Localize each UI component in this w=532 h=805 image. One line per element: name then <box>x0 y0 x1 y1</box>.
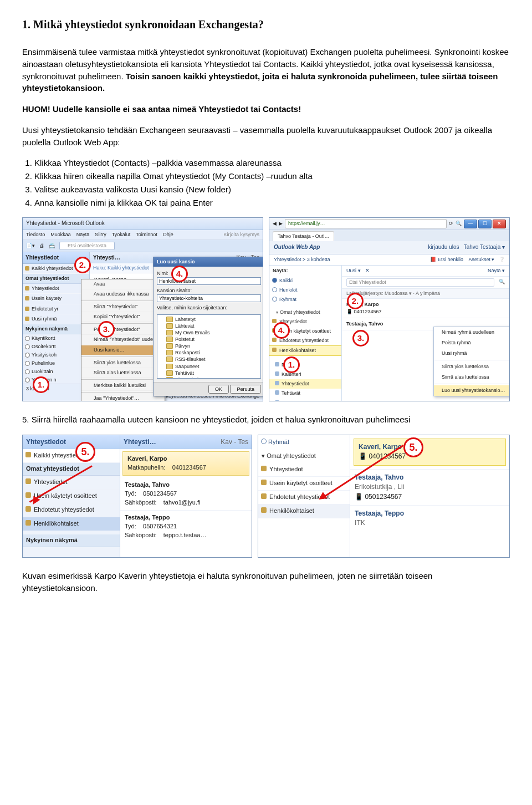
sidebar-item[interactable]: Ehdotetut yhteystiedot <box>23 503 120 517</box>
help-search[interactable]: Kirjoita kysymys <box>223 231 259 238</box>
show-all[interactable]: Kaikki <box>269 276 341 286</box>
owa-ctx-item[interactable]: Poista ryhmä <box>434 338 510 348</box>
my-contacts[interactable]: ▾ Omat yhteystiedot <box>258 450 350 463</box>
new-folder-dialog[interactable]: Luo uusi kansio Nimi: Kansion sisältö: V… <box>153 257 263 396</box>
contact-card[interactable]: Testaaja, Teppo Työ: 0507654321 Sähköpos… <box>120 511 252 543</box>
owa-item-selected[interactable]: Henkilökohtaiset <box>269 345 341 356</box>
back-icon[interactable]: ◀ <box>273 220 277 227</box>
tree-item[interactable]: Lähtevät <box>175 323 195 329</box>
sidebar-item-target[interactable]: Henkilökohtaiset <box>23 517 120 531</box>
view-radio[interactable]: Yksityiskoh <box>23 351 89 359</box>
menu-bar[interactable]: Tiedosto Muokkaa Näytä Siirry Työkalut T… <box>23 230 263 240</box>
nav-pane[interactable]: Yhteystiedot Kaikki yhteystiedot Omat yh… <box>23 252 90 396</box>
sidebar-item[interactable]: Usein käytety <box>23 294 89 304</box>
owa-item[interactable]: Ehdotetut yhteystiedot <box>258 491 350 505</box>
sidebar-item[interactable]: Uusi ryhmä <box>23 314 89 324</box>
delete-icon[interactable]: ✕ <box>365 267 370 274</box>
owa-nav-public[interactable]: Julkiset kansiot <box>269 399 341 402</box>
ctx-item[interactable]: Merkitse kaikki luetuiksi <box>81 381 165 391</box>
menu-item[interactable]: Muokkaa <box>50 231 71 238</box>
tree-item[interactable]: RSS-tilaukset <box>175 356 206 363</box>
owa-card[interactable]: Testaaja, Teppo ITK <box>350 505 509 532</box>
url-bar[interactable]: https://email.jy… <box>285 219 447 228</box>
owa-ctx-item[interactable]: Uusi ryhmä <box>434 348 510 359</box>
owa-sort[interactable]: Lajittelujärjestys: Muodossa ▾ · A ylimp… <box>342 289 509 299</box>
help-icon[interactable]: ❔ <box>499 257 505 262</box>
minimize-button[interactable]: — <box>464 220 477 228</box>
owa-nav-contacts[interactable]: Yhteystiedot <box>269 379 341 389</box>
owa-card[interactable]: Kaveri, Karpo 📱 0401234567 <box>342 299 509 318</box>
contact-card[interactable]: Testaaja, Tahvo Työ: 0501234567 Sähköpos… <box>120 478 252 511</box>
dlg-folder-tree[interactable]: Lähetetyt Lähtevät My Own Emails Poistet… <box>157 314 261 379</box>
new-button[interactable]: Uusi ▾ <box>346 267 361 274</box>
tree-item[interactable]: Päivyri <box>175 343 190 349</box>
tree-item[interactable]: Tehtävät <box>175 370 194 376</box>
show-people[interactable]: Henkilöt <box>269 286 341 295</box>
all-contacts[interactable]: Kaikki yhteystiedot <box>23 449 120 463</box>
menu-item[interactable]: Tiedosto <box>26 231 45 238</box>
owa-nav-tasks[interactable]: Tehtävät <box>269 389 341 398</box>
view-radio[interactable]: Luokittain <box>23 368 89 376</box>
owa-item[interactable]: Yhteystiedot <box>258 463 350 477</box>
my-contacts-header[interactable]: Omat yhteystiedot <box>23 463 120 476</box>
dlg-type-select[interactable] <box>157 294 261 302</box>
tree-item[interactable]: My Own Emails <box>175 329 210 336</box>
ctx-item[interactable]: Siirrä alas luettelossa <box>81 368 165 378</box>
tree-item[interactable]: Lähetetyt <box>175 316 196 323</box>
close-button[interactable]: ✕ <box>493 220 506 228</box>
owa-context-menu[interactable]: Nimeä ryhmä uudelleen Poista ryhmä Uusi … <box>433 327 510 396</box>
ctx-item[interactable]: Nimeä "Yhteystiedot" uudelleen… <box>81 335 165 345</box>
search-icon[interactable]: 🔍 <box>456 220 462 227</box>
view-radio[interactable]: Puhelinlue <box>23 359 89 368</box>
addressbook-search[interactable]: Etsi osoitteistosta <box>59 242 115 250</box>
view-radio[interactable]: Käyntikortt <box>23 334 89 343</box>
browser-tab[interactable]: Tahvo Testaaja - Outl… <box>273 231 334 241</box>
owa-ctx-new-folder[interactable]: Luo uusi yhteystietokansio… <box>434 385 510 396</box>
tab-strip[interactable]: Tahvo Testaaja - Outl… <box>269 230 509 241</box>
ctx-item[interactable]: Jaa "Yhteystiedot"… <box>81 394 165 402</box>
dlg-ok-button[interactable]: OK <box>208 385 229 394</box>
menu-item[interactable]: Työkalut <box>112 231 131 238</box>
cards-icon[interactable]: 📇 <box>49 242 55 249</box>
ctx-item[interactable]: Poista "Yhteystiedot" <box>81 325 165 335</box>
owa-ctx-item[interactable]: Siirrä alas luettelossa <box>434 372 510 383</box>
maximize-button[interactable]: ☐ <box>478 220 492 228</box>
ctx-item-new-folder[interactable]: Uusi kansio… <box>81 345 165 355</box>
contact-card-dragged[interactable]: Kaveri, Karpo Matkapuhelin: 0401234567 <box>122 451 249 476</box>
menu-item[interactable]: Näytä <box>76 231 90 238</box>
owa-item-target[interactable]: Henkilökohtaiset <box>258 505 350 518</box>
reload-icon[interactable]: ⟳ <box>449 220 453 227</box>
show-groups[interactable]: Ryhmät <box>269 295 341 304</box>
forward-icon[interactable]: ▶ <box>279 220 283 227</box>
my-contacts-header[interactable]: Omat yhteystiedot <box>23 274 89 284</box>
owa-card[interactable]: Testaaja, Tahvo Erikoistutkija , Lii 📱 0… <box>350 469 509 505</box>
signout-link[interactable]: kirjaudu ulos <box>428 244 459 250</box>
new-button[interactable]: 📄▾ <box>26 242 35 249</box>
ctx-item[interactable]: Siirrä "Yhteystiedot" <box>81 302 165 312</box>
menu-item[interactable]: Toiminnot <box>136 231 157 238</box>
view-button[interactable]: Näytä ▾ <box>488 267 505 274</box>
owa-ctx-item[interactable]: Nimeä ryhmä uudelleen <box>434 327 510 338</box>
owa-nav-calendar[interactable]: Kalenteri <box>269 370 341 379</box>
show-groups[interactable]: Ryhmät <box>258 435 350 450</box>
my-contacts[interactable]: Omat yhteystiedot <box>269 308 341 317</box>
ctx-item[interactable]: Kopioi "Yhteystiedot" <box>81 312 165 322</box>
ctx-item[interactable]: Siirrä ylös luettelossa <box>81 358 165 368</box>
sidebar-item[interactable]: Ehdotetut yr <box>23 304 89 314</box>
settings-link[interactable]: Asetukset <box>468 257 490 262</box>
owa-searchrow[interactable]: Etsi Yhteystiedot🔍 <box>342 277 509 289</box>
dlg-cancel-button[interactable]: Peruuta <box>230 385 261 394</box>
menu-item[interactable]: Ohje <box>163 231 173 238</box>
tree-item[interactable]: Yhteystiedot <box>175 376 203 379</box>
sidebar-item[interactable]: Yhteystiedot <box>23 284 89 294</box>
ctx-item[interactable]: Avaa uudessa ikkunassa <box>81 289 165 299</box>
tree-item[interactable]: Saapuneet <box>175 363 200 370</box>
owa-toolbar[interactable]: Uusi ▾ ✕ Näytä ▾ <box>342 266 509 277</box>
view-radio[interactable]: Osoitekortt <box>23 343 89 351</box>
find-person[interactable]: Etsi henkilö <box>438 257 463 262</box>
toolbar[interactable]: 📄▾ 🖨 📇 Etsi osoitteistosta <box>23 240 263 252</box>
ctx-item[interactable]: Avaa <box>81 279 165 289</box>
tree-item[interactable]: Roskaposti <box>175 349 200 356</box>
owa-ctx-item[interactable]: Siirrä ylös luettelossa <box>434 361 510 372</box>
owa-nav-mail[interactable]: Posti <box>269 360 341 370</box>
